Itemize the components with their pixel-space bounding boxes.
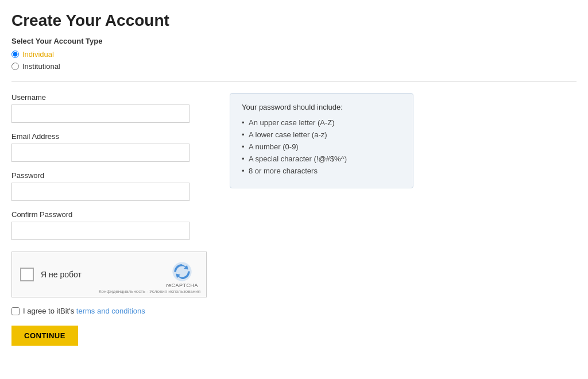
page-title: Create Your Account [11,11,577,30]
continue-button[interactable]: CONTINUE [11,326,78,346]
email-field-group: Email Address [11,132,207,162]
captcha-terms-link[interactable]: Условия использования [149,289,200,294]
recaptcha-icon [171,261,193,283]
radio-individual[interactable]: Individual [11,50,577,59]
email-input[interactable] [11,144,189,162]
captcha-left: Я не робот [20,268,82,281]
password-label: Password [11,171,207,180]
main-content: Username Email Address Password Confirm … [11,93,577,346]
confirm-password-label: Confirm Password [11,210,207,219]
hints-list-item: A number (0-9) [242,142,401,151]
hints-list-item: An upper case letter (A-Z) [242,118,401,127]
terms-checkbox[interactable] [11,307,20,315]
hints-list-item: A lower case letter (a-z) [242,130,401,139]
captcha-text: Я не робот [41,270,82,279]
confirm-password-field-group: Confirm Password [11,210,207,240]
recaptcha-label: reCAPTCHA [166,283,198,288]
confirm-password-input[interactable] [11,222,189,240]
username-field-group: Username [11,93,207,123]
hints-list-item: 8 or more characters [242,167,401,175]
password-input[interactable] [11,183,189,201]
section-divider [11,81,577,82]
terms-link[interactable]: terms and conditions [76,307,145,315]
captcha-right: reCAPTCHA [166,261,198,288]
hints-list-item: A special character (!@#$%^) [242,154,401,163]
radio-institutional-label: Institutional [22,62,60,71]
password-hints-box: Your password should include: An upper c… [230,93,413,188]
captcha-widget: Я не робот reCAPTCHA Конфиденциальность … [11,252,207,297]
radio-individual-label: Individual [22,50,54,59]
hints-list: An upper case letter (A-Z)A lower case l… [242,118,401,175]
password-field-group: Password [11,171,207,201]
email-label: Email Address [11,132,207,141]
account-type-radio-group: Individual Institutional [11,50,577,71]
captcha-checkbox[interactable] [20,268,34,281]
terms-row: I agree to itBit's terms and conditions [11,307,207,315]
captcha-privacy-link[interactable]: Конфиденциальность [99,289,145,294]
account-type-label: Select Your Account Type [11,37,577,45]
terms-text: I agree to itBit's terms and conditions [23,307,145,315]
form-section: Username Email Address Password Confirm … [11,93,207,346]
username-input[interactable] [11,105,189,123]
radio-institutional[interactable]: Institutional [11,62,577,71]
hints-title: Your password should include: [242,103,401,111]
username-label: Username [11,93,207,102]
captcha-footer: Конфиденциальность - Условия использован… [99,289,200,294]
